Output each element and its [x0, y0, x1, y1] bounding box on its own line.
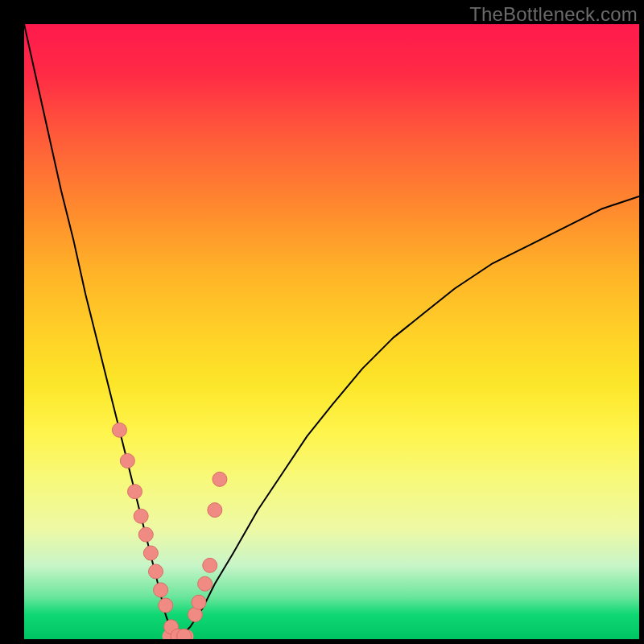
plot-area [24, 24, 639, 639]
marker-dot [198, 576, 213, 591]
marker-dot [120, 453, 134, 468]
marker-dot [112, 423, 126, 437]
chart-container: TheBottleneck.com [0, 0, 644, 644]
marker-dot [192, 595, 206, 609]
watermark-text: TheBottleneck.com [469, 3, 638, 26]
marker-dot [138, 527, 153, 542]
marker-dot [177, 629, 192, 639]
marker-dot [159, 598, 173, 613]
bottleneck-curve-svg [24, 24, 639, 639]
marker-dots [112, 423, 227, 639]
curve-right-branch [178, 196, 639, 639]
curve-layer [24, 24, 639, 639]
marker-dot [143, 546, 158, 560]
marker-dot [128, 485, 142, 499]
marker-dot [149, 564, 163, 579]
marker-dot [213, 472, 227, 486]
marker-dot [134, 509, 148, 523]
marker-dot [203, 558, 217, 572]
marker-dot [208, 503, 222, 518]
marker-dot [154, 583, 168, 597]
